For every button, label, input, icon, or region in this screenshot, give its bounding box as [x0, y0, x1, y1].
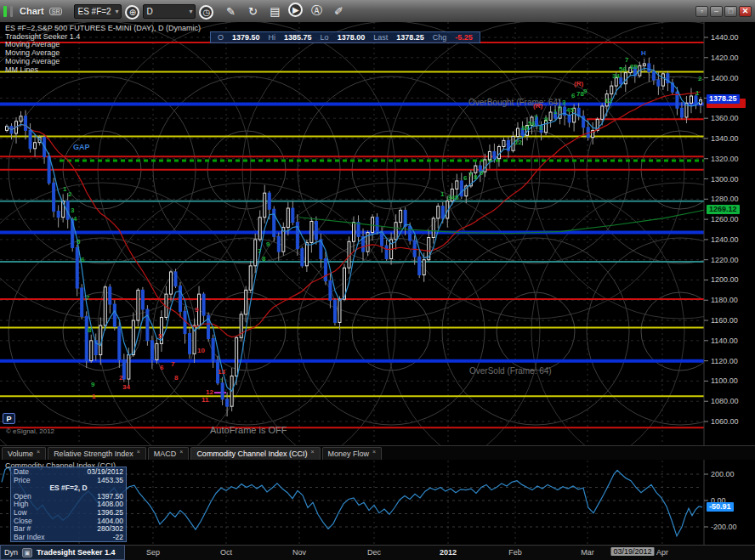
tab-volume[interactable]: Volume× [2, 447, 46, 460]
tab-close-icon[interactable]: × [137, 449, 140, 455]
tab-label: Commodity Channel Index (CCI) [196, 450, 307, 458]
data-window-value: -22 [113, 534, 123, 542]
refresh-icon[interactable]: ↻ [244, 3, 261, 20]
chevron-down-icon: ▾ [189, 8, 192, 15]
cci-data-window: Date03/19/2012Price1453.35ES #F=2, DOpen… [10, 467, 127, 542]
mm-circles [0, 21, 755, 480]
data-window-label: Price [14, 477, 30, 485]
indicator-tabs: Volume×Relative Strength Index×MACD×Comm… [0, 445, 755, 460]
draw-pencil-icon[interactable]: ✎ [222, 3, 239, 20]
x-axis-tick: Mar [581, 548, 594, 557]
tab-close-icon[interactable]: × [37, 449, 40, 455]
title-badge: SR [49, 8, 63, 15]
tab-close-icon[interactable]: × [372, 449, 376, 455]
chart-window: Chart SR ES #F=2 ▾ ⊕ D ▾ ◷ ✎↻▤▶Ⓐ✐ ▫–□✕ E… [0, 0, 755, 560]
link-indicator [3, 6, 7, 17]
window-controls: ▫–□✕ [695, 6, 752, 17]
symbol-lookup-icon[interactable]: ⊕ [125, 5, 139, 20]
quote-window-icon[interactable]: ▤ [266, 3, 283, 20]
titlebar: Chart SR ES #F=2 ▾ ⊕ D ▾ ◷ ✎↻▤▶Ⓐ✐ ▫–□✕ [0, 0, 755, 22]
x-axis-tick: Sep [146, 548, 160, 557]
x-axis-tick: Feb [508, 548, 522, 557]
eraser-icon[interactable]: ✐ [330, 3, 347, 20]
x-axis-tick: Dec [367, 548, 381, 557]
symbol-value: ES #F=2 [77, 7, 111, 16]
x-axis-tick: Apr [656, 548, 668, 557]
popout-button[interactable]: ▫ [695, 6, 708, 17]
dyn-mode-label: Dyn [4, 548, 18, 557]
data-window-label: Bar Index [14, 534, 44, 542]
x-axis-tick: Oct [220, 548, 232, 557]
close-button[interactable]: ✕ [739, 6, 752, 17]
minimize-button[interactable]: – [710, 6, 723, 17]
tab-label: Money Flow [328, 450, 370, 458]
interval-combo[interactable]: D ▾ [143, 4, 196, 19]
chevron-down-icon: ▾ [115, 8, 118, 15]
pin-icon[interactable]: ▣ [22, 548, 32, 557]
symbol-combo[interactable]: ES #F=2 ▾ [74, 4, 122, 19]
tab-relative-strength-index[interactable]: Relative Strength Index× [48, 447, 146, 460]
x-axis-tick: Nov [292, 548, 306, 557]
tab-macd[interactable]: MACD× [148, 447, 190, 460]
drag-handle[interactable] [10, 6, 13, 17]
selected-date-label: 03/19/2012 [610, 547, 654, 556]
interval-value: D [146, 7, 152, 16]
tab-label: Volume [8, 450, 33, 458]
data-window-row: Bar Index-22 [14, 534, 123, 542]
x-axis-tick: 2012 [440, 548, 457, 557]
play-icon[interactable]: ▶ [288, 3, 303, 17]
window-title: Chart [20, 6, 44, 16]
tab-close-icon[interactable]: × [179, 449, 183, 455]
tab-money-flow[interactable]: Money Flow× [322, 447, 383, 460]
tab-commodity-channel-index-cci-[interactable]: Commodity Channel Index (CCI)× [190, 447, 320, 460]
tab-label: MACD [154, 450, 177, 458]
interval-clock-icon[interactable]: ◷ [199, 5, 213, 20]
data-window-value: 1453.35 [97, 477, 123, 485]
tab-label: Relative Strength Index [54, 450, 133, 458]
study-name-label: Tradesight Seeker 1.4 [37, 548, 116, 557]
tab-close-icon[interactable]: × [310, 449, 314, 455]
maximize-button[interactable]: □ [724, 6, 737, 17]
status-bar: Dyn ▣ Tradesight Seeker 1.4 [0, 545, 125, 560]
auto-analysis-icon[interactable]: Ⓐ [308, 3, 325, 20]
